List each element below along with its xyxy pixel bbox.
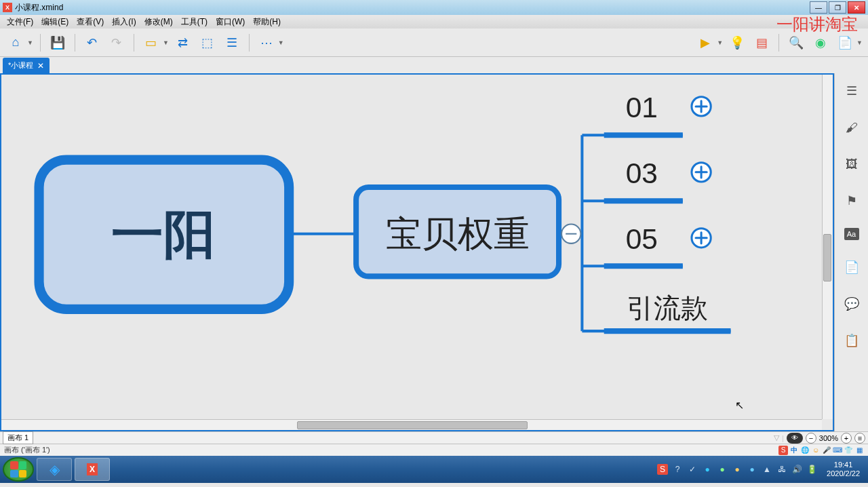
zoom-out-button[interactable]: − xyxy=(806,433,816,444)
tray-icon[interactable]: S xyxy=(657,464,668,475)
leaf-node: 引流款 xyxy=(627,292,708,324)
side-panel: ☰ 🖌 🖼 ⚑ Aa 📄 💬 📋 xyxy=(834,73,868,431)
marker-icon[interactable]: ⚑ xyxy=(842,191,861,210)
menu-window[interactable]: 窗口(W) xyxy=(212,15,249,29)
home-button[interactable]: ⌂ xyxy=(5,33,26,53)
start-button[interactable] xyxy=(3,457,34,482)
undo-button[interactable]: ↶ xyxy=(82,33,102,53)
tray-icon[interactable]: ● xyxy=(702,464,713,475)
clock-date: 2020/2/22 xyxy=(827,469,860,478)
close-button[interactable]: ✕ xyxy=(848,1,865,14)
scrollbar-horizontal[interactable] xyxy=(1,419,822,430)
menu-view[interactable]: 查看(V) xyxy=(73,15,108,29)
outline-icon[interactable]: ☰ xyxy=(842,81,861,100)
tab-bar: *小课程 ✕ xyxy=(0,57,868,73)
tray-icon[interactable]: ☺ xyxy=(811,446,821,455)
clock-time: 19:41 xyxy=(827,461,860,469)
tray-icon[interactable]: ● xyxy=(717,464,728,475)
tray-icon[interactable]: 🌐 xyxy=(800,446,810,455)
filter-icon[interactable]: ▽ xyxy=(774,433,779,442)
share-button[interactable]: ◉ xyxy=(810,33,831,53)
menu-modify[interactable]: 修改(M) xyxy=(140,15,177,29)
menu-insert[interactable]: 插入(I) xyxy=(108,15,140,29)
tab-close-icon[interactable]: ✕ xyxy=(37,61,44,71)
separator xyxy=(778,34,779,52)
tray-icon[interactable]: ● xyxy=(747,464,757,475)
window-controls: — ❐ ✕ xyxy=(810,1,865,14)
ime-lang-icon[interactable]: 中 xyxy=(789,446,799,455)
minimize-button[interactable]: — xyxy=(810,1,827,14)
export-button[interactable]: 📄 xyxy=(835,33,855,53)
statusbar: 画布 ('画布 1') S 中 🌐 ☺ 🎤 ⌨ 👕 ▦ xyxy=(0,444,868,456)
sheet-bar: 画布 1 ▽ | 👁 − 300% + ≡ xyxy=(0,431,868,444)
tray-icon[interactable]: 🎤 xyxy=(822,446,831,455)
battery-icon[interactable]: 🔋 xyxy=(806,464,817,475)
presentation-button[interactable]: ▶ xyxy=(695,33,715,53)
relationship-button[interactable]: ⇄ xyxy=(173,33,193,53)
window-title: 小课程.xmind xyxy=(15,2,810,14)
leaf-node: 03 xyxy=(626,157,658,189)
redo-button[interactable]: ↷ xyxy=(106,33,127,53)
dropdown-icon[interactable]: ▼ xyxy=(717,39,723,46)
gantt-button[interactable]: ▤ xyxy=(751,33,772,53)
menu-tools[interactable]: 工具(T) xyxy=(177,15,212,29)
format-icon[interactable]: 🖌 xyxy=(842,118,861,137)
mindmap-canvas[interactable]: 一阳 宝贝权重 01 03 05 xyxy=(1,75,833,430)
dropdown-icon[interactable]: ▼ xyxy=(27,39,33,46)
leaf-node: 01 xyxy=(626,92,658,123)
dropdown-icon[interactable]: ▼ xyxy=(163,39,169,46)
taskbar: ◈ X S ? ✓ ● ● ● ● ▲ 🖧 🔊 🔋 19:41 2020/2/2… xyxy=(0,456,868,483)
workspace: 一阳 宝贝权重 01 03 05 xyxy=(0,73,868,431)
menu-file[interactable]: 文件(F) xyxy=(3,15,37,29)
brainstorm-button[interactable]: 💡 xyxy=(727,33,747,53)
taskbar-app[interactable]: ◈ xyxy=(37,458,72,481)
titlebar: X 小课程.xmind — ❐ ✕ xyxy=(0,0,868,15)
scrollbar-vertical[interactable] xyxy=(822,75,833,419)
document-tab[interactable]: *小课程 ✕ xyxy=(3,58,50,73)
app-icon: X xyxy=(3,3,12,12)
more-button[interactable]: ⋯ xyxy=(256,33,277,53)
status-tray: S 中 🌐 ☺ 🎤 ⌨ 👕 ▦ xyxy=(778,446,864,455)
menu-help[interactable]: 帮助(H) xyxy=(249,15,285,29)
notes-icon[interactable]: 📄 xyxy=(842,258,861,277)
tray-icon[interactable]: ⌨ xyxy=(833,446,842,455)
image-icon[interactable]: 🖼 xyxy=(842,155,861,174)
font-icon[interactable]: Aa xyxy=(844,228,859,240)
system-tray: S ? ✓ ● ● ● ● ▲ 🖧 🔊 🔋 19:41 2020/2/22 xyxy=(657,461,865,478)
tray-icon[interactable]: 👕 xyxy=(844,446,853,455)
task-icon[interactable]: 📋 xyxy=(842,331,861,350)
boundary-button[interactable]: ⬚ xyxy=(197,33,218,53)
canvas-container: 一阳 宝贝权重 01 03 05 xyxy=(0,73,834,431)
root-node: 一阳 xyxy=(111,206,216,263)
tray-icon[interactable]: ▦ xyxy=(854,446,864,455)
search-button[interactable]: 🔍 xyxy=(786,33,806,53)
zoom-controls: ▽ | 👁 − 300% + ≡ xyxy=(774,433,865,444)
overview-icon[interactable]: 👁 xyxy=(787,433,803,444)
zoom-in-button[interactable]: + xyxy=(841,433,852,444)
comments-icon[interactable]: 💬 xyxy=(842,294,861,313)
watermark-text: 一阳讲淘宝 xyxy=(776,14,858,35)
network-icon[interactable]: 🖧 xyxy=(776,464,787,475)
ime-icon[interactable]: S xyxy=(778,446,788,455)
separator xyxy=(134,34,134,52)
tray-icon[interactable]: ● xyxy=(732,464,743,475)
sheet-tab[interactable]: 画布 1 xyxy=(3,431,33,444)
tray-icon[interactable]: ▲ xyxy=(762,464,772,475)
separator xyxy=(40,34,41,52)
scroll-thumb[interactable] xyxy=(297,421,528,429)
clock[interactable]: 19:41 2020/2/22 xyxy=(821,461,860,478)
tray-icon[interactable]: ✓ xyxy=(687,464,698,475)
tray-icon[interactable]: ? xyxy=(672,464,683,475)
theme-button[interactable]: ▭ xyxy=(141,33,161,53)
volume-icon[interactable]: 🔊 xyxy=(791,464,802,475)
maximize-button[interactable]: ❐ xyxy=(829,1,846,14)
zoom-fit-button[interactable]: ≡ xyxy=(854,433,865,444)
menu-edit[interactable]: 编辑(E) xyxy=(37,15,73,29)
separator xyxy=(249,34,250,52)
taskbar-app-xmind[interactable]: X xyxy=(75,458,110,481)
summary-button[interactable]: ☰ xyxy=(222,33,242,53)
dropdown-icon[interactable]: ▼ xyxy=(856,39,863,46)
dropdown-icon[interactable]: ▼ xyxy=(278,39,284,46)
save-button[interactable]: 💾 xyxy=(47,33,68,53)
scroll-thumb[interactable] xyxy=(823,234,831,281)
